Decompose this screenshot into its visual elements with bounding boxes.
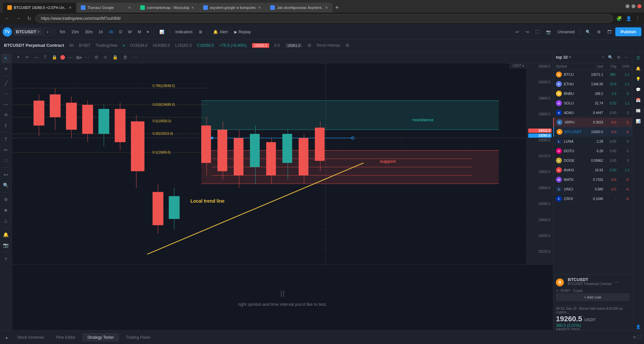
screener-btn[interactable]: 📊 [634, 117, 643, 126]
more-draw-btn[interactable]: ⋯ [131, 53, 139, 61]
tf-30m[interactable]: 30m [82, 28, 95, 36]
search-panel-btn[interactable]: 🔍 [607, 54, 614, 61]
tf-4h[interactable]: 4h [107, 28, 115, 36]
tab-coinmarketcap[interactable]: coinmarketcap - Wyszukaj ✕ [136, 3, 199, 13]
crosshair-tool[interactable]: ✛ [1, 64, 11, 74]
color-picker[interactable] [60, 55, 65, 60]
shape-tool[interactable]: □ [1, 156, 11, 165]
profile-button[interactable]: 👤 [625, 14, 633, 22]
reload-button[interactable]: ↻ [25, 14, 33, 23]
draw-cursor-btn[interactable]: ✦ [15, 53, 22, 61]
chat-btn[interactable]: 💬 [634, 85, 643, 94]
camera-tool[interactable]: 📷 [1, 240, 11, 250]
dash-style-btn[interactable]: - - [83, 53, 91, 61]
symbol-row-cro[interactable]: C CROI 0.1046 - -0. [553, 194, 632, 204]
news-btn[interactable]: 📰 [634, 106, 643, 115]
url-bar[interactable] [35, 14, 613, 23]
new-tab-button[interactable]: + [333, 3, 341, 13]
ideas-btn[interactable]: 💡 [634, 74, 643, 84]
tab-close-1[interactable]: ✕ [69, 6, 72, 10]
symbol-row-btcu[interactable]: B BTCU 19271.1 396. 2.1 [553, 70, 632, 79]
fib-tool[interactable]: ≋ [1, 110, 11, 120]
add-symbol-panel-btn[interactable]: + [601, 54, 605, 61]
alerts-btn[interactable]: 🔔 [634, 64, 643, 73]
symbol-row-dotu[interactable]: D DOTU 6.28 0.00 0. [553, 146, 632, 156]
indicators-button[interactable]: Indicators [173, 28, 195, 36]
calendar-btn[interactable]: 📅 [634, 96, 643, 105]
chart-settings-inline[interactable]: ⚙ [307, 43, 311, 48]
draw-lock-btn[interactable]: 🔒 [50, 53, 59, 61]
horizontal-tool[interactable]: — [1, 99, 11, 109]
symbol-row-xrpu[interactable]: X XRPU 0.3933 -0.0 -0. [553, 118, 632, 127]
symbol-row-adau[interactable]: A ADAU 0.4447 0.00 0. [553, 108, 632, 118]
halvings-settings[interactable]: ⚙ [345, 43, 349, 48]
help-button[interactable]: ? [1, 254, 11, 264]
alert-tool[interactable]: 🔔 [1, 230, 11, 240]
tf-more[interactable]: ▾ [145, 28, 151, 36]
tab-pine-editor[interactable]: Pine Editor [51, 333, 81, 342]
tf-5m[interactable]: 5m [57, 28, 68, 36]
tf-w[interactable]: W [126, 28, 134, 36]
tf-1h[interactable]: 1h [96, 28, 105, 36]
panel-settings-btn[interactable]: ⚙ [616, 54, 622, 61]
channel-tool[interactable]: ⫿ [1, 120, 11, 130]
tab-close-3[interactable]: ✕ [191, 6, 194, 10]
symbol-row-ethu[interactable]: E ETHU 1346.90 23.9 1.1 [553, 79, 632, 89]
chart-type-button[interactable]: 📊 [157, 28, 167, 36]
symbol-row-luna[interactable]: L LUNA 2.28 0.00 0. [553, 137, 632, 146]
line-style-btn[interactable]: — [66, 53, 75, 61]
tab-asystent[interactable]: asystent google w komputerze... ✕ [199, 3, 266, 13]
maximize-btn[interactable] [631, 4, 635, 8]
trendline-tool[interactable]: ╱ [1, 78, 11, 88]
measure-tool[interactable]: ⊷ [1, 170, 11, 180]
panel-more-btn[interactable]: ⋯ [624, 54, 629, 61]
gear-btn[interactable]: ⚙ [92, 53, 100, 61]
arrow-tool[interactable]: → [1, 89, 11, 99]
tab-trading-panel[interactable]: Trading Panel [120, 333, 155, 342]
symbol-row-bnbu[interactable]: B BNBU 268.2 1.9 0. [553, 89, 632, 99]
draw-line-btn[interactable]: — [32, 53, 41, 61]
cursor-tool[interactable]: ↖ [1, 53, 11, 63]
fullscreen-button[interactable]: ⛶ [533, 28, 542, 36]
templates-button[interactable]: ⊞ [196, 28, 205, 36]
extensions-button[interactable]: 🧩 [615, 14, 623, 22]
chart-svg-area[interactable]: resistance support Local trend line 0.78… [12, 63, 553, 271]
add-note-button[interactable]: + Add note [556, 293, 629, 301]
brush-tool[interactable]: ✏ [1, 145, 11, 155]
tab-jak[interactable]: Jak skonfigurowac Asystent... ✕ [266, 3, 333, 13]
mirror-btn[interactable]: ⊙ [102, 53, 109, 61]
unnamed-button[interactable]: Unnamed [555, 28, 577, 36]
tab-google[interactable]: Tlumacz Google ✕ [76, 3, 136, 13]
fullscreen-bottom-btn[interactable]: ⛶ [637, 335, 641, 340]
symbol-badge[interactable]: BTCUSDT ▾ [13, 28, 42, 36]
undo-button[interactable]: ↩ [513, 28, 522, 36]
publish-button[interactable]: Publish [615, 27, 641, 36]
tab-close-5[interactable]: ✕ [325, 6, 328, 10]
symbol-row-1inc[interactable]: 1 1INCI 0.580 -0.0 -0. [553, 185, 632, 194]
draw-text-btn[interactable]: T [42, 53, 48, 61]
tab-strategy-tester[interactable]: Strategy Tester [82, 333, 119, 342]
layout-button[interactable]: 🗔 [605, 28, 614, 36]
tab-close-2[interactable]: ✕ [128, 6, 131, 10]
snapshot-button[interactable]: 📷 [543, 28, 554, 36]
tab-btcusdt[interactable]: BTCUSDT 19260.5 +2.07% Un... ✕ [3, 3, 76, 13]
tab-stock-screener[interactable]: Stock Screener [12, 333, 49, 342]
settings-button[interactable]: ⚙ [595, 28, 603, 36]
magnet-tool[interactable]: ⊛ [1, 194, 11, 204]
symbol-row-doge[interactable]: D DOGE 0.05862 0.00 0. [553, 156, 632, 165]
draw-pencil-btn[interactable]: ✏ [23, 53, 31, 61]
close-btn[interactable] [637, 4, 641, 8]
tf-d[interactable]: D [117, 28, 124, 36]
redo-button[interactable]: ↪ [523, 28, 531, 36]
forward-button[interactable]: → [14, 14, 23, 23]
symbol-row-btcusdt[interactable]: B BTCUSDT 19260.5 -0.0 -0. [553, 127, 632, 137]
pattern-tool[interactable]: ◈ [1, 205, 11, 215]
replay-button[interactable]: ▶ Replay [232, 28, 253, 36]
search-button[interactable]: 🔍 [583, 28, 593, 36]
minimize-bottom-btn[interactable]: ✕ [633, 335, 636, 340]
lock2-btn[interactable]: 🔒 [111, 53, 120, 61]
trash-btn[interactable]: 🗑 [121, 53, 129, 61]
back-button[interactable]: ← [3, 14, 12, 23]
watchlist-btn[interactable]: ☰ [634, 53, 643, 63]
zoom-tool[interactable]: 🔍 [1, 180, 11, 190]
